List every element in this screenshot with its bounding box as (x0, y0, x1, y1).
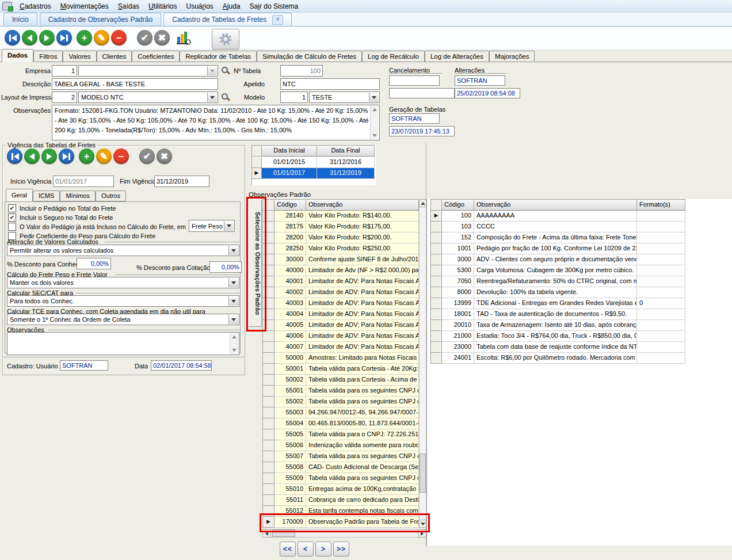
pedagio-incluso-combo[interactable]: Frete Peso (189, 220, 235, 232)
confirm-button[interactable]: ✔ (139, 148, 155, 164)
selector-grid-row[interactable]: 40000Limitador de Adv (NF > R$2.000,00) … (262, 265, 419, 276)
record-tab-simulacao-de-calculo-de-fretes[interactable]: Simulação de Cálculo de Fretes (257, 51, 362, 62)
menu-item-utilitarios[interactable]: Utilitários (144, 1, 181, 12)
record-tab-clientes[interactable]: Clientes (97, 51, 132, 62)
record-tab-dados[interactable]: Dados (2, 49, 33, 62)
vigencia-tab-geral[interactable]: Geral (6, 189, 33, 201)
checkbox-incluir-o-pedagio-no-total-do-frete[interactable]: ✔Incluir o Pedágio no Total do Frete (8, 204, 192, 213)
selector-grid-row[interactable]: 40001Limitador de ADV: Para Notas Fiscai… (262, 276, 419, 287)
menu-item-saidas[interactable]: Saídas (113, 1, 144, 12)
menu-item-movimentacoes[interactable]: Movimentações (56, 1, 113, 12)
selector-grid-row[interactable]: 55002Tabela válida para os seguintes CNP… (262, 397, 419, 407)
scroll-up-icon[interactable] (419, 199, 426, 207)
checkbox-box[interactable]: ✔ (8, 204, 16, 212)
column-header[interactable]: Código (274, 199, 306, 211)
record-tab-majoracoes[interactable]: Majorações (489, 51, 535, 62)
insert-record-button[interactable]: + (77, 30, 92, 45)
selector-grid-row[interactable]: 40005Limitador de ADV: Para Notas Fiscai… (262, 320, 419, 331)
fim-vigencia-field[interactable]: 31/12/2019 (154, 176, 209, 187)
checkbox-box[interactable]: ✔ (8, 214, 16, 222)
selector-grid-row[interactable]: 50002Tabela válida para Cortesia - Acima… (262, 375, 419, 386)
record-tab-valores[interactable]: Valores (63, 51, 96, 62)
column-header[interactable]: Observação (306, 199, 419, 211)
assigned-grid-row[interactable]: ▶100AAAAAAAAA (430, 211, 685, 222)
chevron-down-icon[interactable] (207, 66, 217, 75)
record-tab-log-de-recalculo[interactable]: Log de Recálculo (362, 51, 425, 62)
last-record-button[interactable] (59, 148, 74, 164)
empresa-code-field[interactable]: 1 (52, 65, 77, 77)
delete-record-button[interactable]: − (111, 30, 127, 45)
scroll-down-icon[interactable] (372, 134, 377, 137)
last-page-button[interactable]: >> (333, 542, 349, 557)
insert-record-button[interactable]: + (79, 148, 94, 164)
first-record-button[interactable] (5, 30, 20, 45)
assigned-grid-row[interactable]: 18001TAD - Taxa de autenticação de docum… (430, 309, 685, 320)
selector-grid-row[interactable]: 55009Tabela válida para os seguintes CNP… (262, 473, 419, 484)
tce-combo[interactable]: Somente o 1º Conhec da Ordem de Coleta (7, 314, 239, 325)
delete-record-button[interactable]: − (113, 148, 129, 164)
date-grid-row[interactable]: 01/01/201531/12/2016 (251, 157, 375, 168)
calculo-frete-combo[interactable]: Manter os dois valores (7, 277, 239, 288)
prior-record-button[interactable] (24, 148, 40, 164)
n-tabela-field[interactable]: 100 (280, 65, 323, 77)
empresa-combo[interactable] (78, 65, 218, 77)
selector-grid-row[interactable]: 55001Tabela válida para os seguintes CNP… (262, 386, 419, 397)
selector-grid-row[interactable]: 5500400.465.813/0005-80, 11.873.644/0001… (262, 418, 419, 429)
selector-grid-row[interactable]: 28140Valor Kilo Produto: R$140,00. (262, 211, 419, 222)
assigned-grid-row[interactable]: 103CCCC (430, 222, 685, 233)
seccat-combo[interactable]: Para todos os Conhec. (7, 295, 239, 307)
selector-grid-row[interactable]: 28200Valor Kilo Produto: R$200,00. (262, 233, 419, 243)
selector-grid-row[interactable]: 40006Limitador de ADV: Para Notas Fiscai… (262, 331, 419, 342)
selector-grid-row[interactable]: 55008CAD- Custo Adicional de Descarga (S… (262, 462, 419, 473)
modelo-combo[interactable]: TESTE (309, 92, 380, 103)
window-tab-cadastro-de-tabelas-de-fretes[interactable]: Cadastro de Tabelas de Fretes× (163, 13, 292, 26)
assigned-grid-row[interactable]: 152Composição do Frete - Acima da última… (430, 233, 685, 243)
selector-grid-row[interactable]: 5500394.266.947/0012-45, 94.266.947/0007… (262, 407, 419, 418)
selector-grid-row[interactable]: 40003Limitador de ADV: Para Notas Fiscai… (262, 298, 419, 309)
inicio-vigencia-field[interactable]: 01/01/2017 (53, 176, 114, 187)
assigned-grid-row[interactable]: 7050Reentrega/Refaturamento: 50% do CTRC… (430, 276, 685, 287)
descricao-field[interactable]: TABELA GERAL - BASE TESTE (52, 78, 218, 90)
chevron-down-icon[interactable] (224, 221, 234, 231)
assigned-grid-row[interactable]: 3000ADV - Clientes com seguro próprio e … (430, 254, 685, 265)
vscroll-thumb[interactable] (420, 454, 426, 493)
column-header[interactable]: Código (442, 199, 474, 211)
confirm-button[interactable]: ✔ (137, 30, 152, 45)
settings-button[interactable] (212, 29, 239, 49)
search-icon[interactable] (222, 67, 230, 75)
alteracao-valores-combo[interactable]: Permitir alterar os valores calculados (7, 245, 239, 256)
cancel-button[interactable]: ✖ (154, 30, 170, 45)
column-header[interactable]: Observação (474, 199, 637, 211)
selector-grid-row[interactable]: 55010Entregas acima de 100Kg,contratação… (262, 484, 419, 495)
first-page-button[interactable]: << (280, 542, 296, 557)
menu-item-sair-do-sistema[interactable]: Sair do Sistema (245, 1, 303, 12)
checkbox-box[interactable] (8, 223, 16, 231)
edit-record-button[interactable]: ✎ (94, 30, 109, 45)
assigned-grid-row[interactable]: 24001Escolta: R$6,00 por Quilômetro roda… (430, 353, 685, 364)
selector-grid-row[interactable]: 28175Valor Kilo Produto: R$175,00. (262, 222, 419, 233)
assigned-grid-row[interactable]: 1001Pedágio por fração de 100 Kg. Confor… (430, 243, 685, 254)
last-record-button[interactable] (56, 30, 72, 45)
checkbox-incluir-o-seguro-no-total-do-frete[interactable]: ✔Incluir o Seguro no Total do Frete (8, 213, 192, 222)
selector-grid-row[interactable]: 50001Tabela válida para Cortesia - Até 2… (262, 364, 419, 375)
chevron-down-icon[interactable] (207, 93, 217, 102)
column-header[interactable]: Data Inicial (262, 145, 317, 157)
layout-combo[interactable]: MODELO NTC (78, 92, 218, 103)
search-icon[interactable] (222, 93, 230, 101)
assigned-grid-row[interactable]: 21000Estadia: Toco 3/4 - R$764,00 dia, T… (430, 331, 685, 342)
menu-item-usuarios[interactable]: Usuários (181, 1, 218, 12)
selector-grid-row[interactable]: 30000Conforme ajuste SINEF 8 de Julho/20… (262, 254, 419, 265)
first-record-button[interactable] (7, 148, 22, 164)
next-record-button[interactable] (39, 30, 55, 45)
desconto-cotacao-field[interactable]: 0,00% (209, 261, 242, 273)
scroll-down-icon[interactable] (232, 349, 237, 352)
assigned-grid-row[interactable]: 8000Devolução: 100% da tabela vigente. (430, 287, 685, 298)
selector-grid-row[interactable]: 28250Valor Kilo Produto: R$250,00. (262, 243, 419, 254)
window-tab-inicio[interactable]: Início (3, 13, 37, 26)
record-tab-coeficientes[interactable]: Coeficientes (132, 51, 180, 62)
vigencia-observacoes-textarea[interactable] (7, 332, 239, 355)
scroll-up-icon[interactable] (232, 336, 237, 338)
prev-page-button[interactable]: < (298, 542, 314, 557)
desconto-conhec-field[interactable]: 0,00% (77, 258, 111, 269)
prior-record-button[interactable] (22, 30, 37, 45)
